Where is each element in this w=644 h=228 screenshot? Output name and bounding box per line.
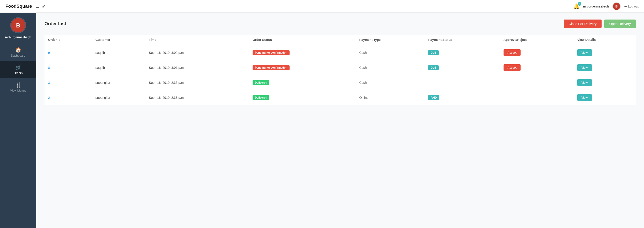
svg-text:B: B: [16, 22, 20, 29]
cell-time: Sept. 18, 2019, 2:33 p.m.: [145, 90, 249, 105]
payment-status-badge: DUE: [428, 65, 438, 70]
order-status-badge: Delivered: [252, 95, 269, 100]
col-order-id: Order Id: [44, 35, 92, 45]
cell-order-status: Delivered: [249, 75, 356, 90]
view-button[interactable]: View: [577, 64, 592, 71]
cell-payment-status: DUE: [424, 60, 500, 75]
col-time: Time: [145, 35, 249, 45]
logout-label: Log out: [628, 5, 638, 8]
view-button[interactable]: View: [577, 94, 592, 101]
cell-order-status: Delivered: [249, 90, 356, 105]
cell-payment-status: [424, 75, 500, 90]
cell-customer: subangkar: [92, 75, 145, 90]
cell-time: Sept. 18, 2019, 3:01 p.m.: [145, 60, 249, 75]
main-content: Order List Close For Delivery Open Deliv…: [36, 13, 644, 228]
cell-payment-status: DUE: [424, 45, 500, 60]
cell-customer: saquib: [92, 45, 145, 60]
cell-order-id: 3: [44, 75, 92, 90]
cell-view-details: View: [574, 90, 636, 105]
cell-order-status: Pending for confirmation: [249, 60, 356, 75]
open-delivery-button[interactable]: Open Delivery: [604, 20, 636, 28]
svg-text:B: B: [616, 5, 618, 8]
topnav-avatar: B: [612, 2, 621, 11]
orders-icon: 🛒: [15, 65, 21, 70]
orders-tbody: 9saquibSept. 18, 2019, 3:02 p.m.Pending …: [44, 45, 636, 105]
sidebar-nav: 🏠 Dashboard 🛒 Orders 🍴 View Menus: [0, 43, 36, 96]
table-row: 3subangkarSept. 18, 2019, 2:35 p.m.Deliv…: [44, 75, 636, 90]
cell-payment-type: Cash: [356, 75, 424, 90]
cell-payment-type: Cash: [356, 60, 424, 75]
accept-button[interactable]: Accept: [504, 64, 521, 71]
col-payment-status: Payment Status: [424, 35, 500, 45]
top-navigation: FoodSquare ☰ ⤢ 🔔 4 mrburgermalibagh B ➜ …: [0, 0, 644, 13]
payment-status-badge: PAID: [428, 95, 439, 100]
col-customer: Customer: [92, 35, 145, 45]
cell-approve-reject: Accept: [500, 45, 574, 60]
col-view-details: View Details: [574, 35, 636, 45]
cell-order-status: Pending for confirmation: [249, 45, 356, 60]
order-id-link[interactable]: 8: [48, 66, 50, 70]
topnav-username: mrburgermalibagh: [583, 5, 609, 8]
cell-payment-type: Online: [356, 90, 424, 105]
order-status-badge: Pending for confirmation: [252, 65, 290, 70]
cell-customer: saquib: [92, 60, 145, 75]
order-status-badge: Delivered: [252, 80, 269, 85]
notification-bell[interactable]: 🔔 4: [574, 4, 580, 9]
notification-badge: 4: [578, 2, 581, 6]
order-status-badge: Pending for confirmation: [252, 50, 290, 55]
sidebar-item-view-menus[interactable]: 🍴 View Menus: [0, 78, 36, 96]
cell-order-id: 2: [44, 90, 92, 105]
col-approve-reject: Approve/Reject: [500, 35, 574, 45]
order-id-link[interactable]: 9: [48, 51, 50, 55]
table-row: 2subangkarSept. 18, 2019, 2:33 p.m.Deliv…: [44, 90, 636, 105]
page-title: Order List: [44, 21, 66, 26]
order-id-link[interactable]: 2: [48, 96, 50, 99]
cell-view-details: View: [574, 60, 636, 75]
accept-button[interactable]: Accept: [504, 49, 521, 56]
cell-view-details: View: [574, 45, 636, 60]
sidebar-item-dashboard[interactable]: 🏠 Dashboard: [0, 43, 36, 61]
view-button[interactable]: View: [577, 49, 592, 56]
col-payment-type: Payment Type: [356, 35, 424, 45]
col-order-status: Order Status: [249, 35, 356, 45]
table-header: Order Id Customer Time Order Status Paym…: [44, 35, 636, 45]
sidebar-label-orders: Orders: [14, 71, 23, 75]
order-list-header: Order List Close For Delivery Open Deliv…: [44, 20, 636, 28]
home-icon: 🏠: [15, 47, 21, 53]
cell-approve-reject: [500, 90, 574, 105]
sidebar-label-dashboard: Dashboard: [11, 54, 26, 57]
close-delivery-button[interactable]: Close For Delivery: [564, 20, 602, 28]
menus-icon: 🍴: [15, 82, 21, 88]
cell-time: Sept. 18, 2019, 3:02 p.m.: [145, 45, 249, 60]
cell-payment-status: PAID: [424, 90, 500, 105]
sidebar-avatar: B: [10, 17, 26, 33]
menu-icon[interactable]: ☰: [36, 4, 39, 9]
cell-customer: subangkar: [92, 90, 145, 105]
sidebar-label-menus: View Menus: [10, 89, 26, 92]
expand-icon[interactable]: ⤢: [42, 4, 46, 9]
sidebar-username: mrburgermalibagh: [5, 36, 31, 39]
table-row: 8saquibSept. 18, 2019, 3:01 p.m.Pending …: [44, 60, 636, 75]
header-buttons: Close For Delivery Open Delivery: [564, 20, 636, 28]
order-id-link[interactable]: 3: [48, 81, 50, 85]
cell-payment-type: Cash: [356, 45, 424, 60]
cell-order-id: 8: [44, 60, 92, 75]
cell-view-details: View: [574, 75, 636, 90]
view-button[interactable]: View: [577, 79, 592, 86]
layout: B mrburgermalibagh 🏠 Dashboard 🛒 Orders …: [0, 13, 644, 228]
logout-button[interactable]: ➜ Log out: [624, 5, 638, 8]
table-row: 9saquibSept. 18, 2019, 3:02 p.m.Pending …: [44, 45, 636, 60]
app-brand: FoodSquare: [6, 4, 32, 9]
cell-order-id: 9: [44, 45, 92, 60]
orders-table: Order Id Customer Time Order Status Paym…: [44, 35, 636, 105]
topnav-right: 🔔 4 mrburgermalibagh B ➜ Log out: [574, 2, 638, 11]
sidebar: B mrburgermalibagh 🏠 Dashboard 🛒 Orders …: [0, 13, 36, 228]
sidebar-item-orders[interactable]: 🛒 Orders: [0, 61, 36, 78]
cell-approve-reject: Accept: [500, 60, 574, 75]
logout-icon: ➜: [624, 5, 627, 8]
payment-status-badge: DUE: [428, 50, 438, 55]
cell-time: Sept. 18, 2019, 2:35 p.m.: [145, 75, 249, 90]
cell-approve-reject: [500, 75, 574, 90]
